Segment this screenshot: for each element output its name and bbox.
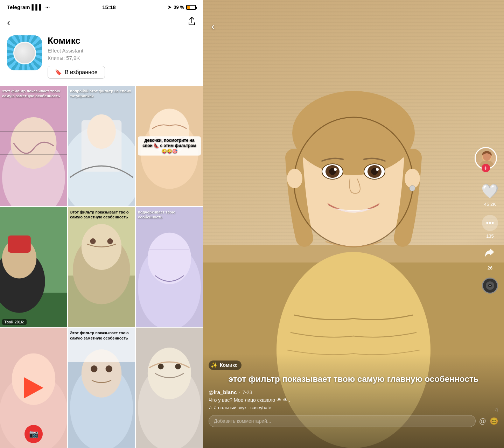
username[interactable]: @ira_blanc (209, 389, 237, 395)
shares-count: 26 (488, 265, 492, 271)
emoji-icon[interactable]: 😊 (490, 417, 498, 425)
grid-item-2[interactable]: попробуй этот фильтр на своих татуировка… (68, 86, 135, 206)
battery-icon (186, 5, 196, 10)
nav-bar: ‹ (0, 13, 203, 32)
svg-point-38 (148, 348, 191, 399)
filter-badge[interactable]: ✨ Комикс (209, 360, 241, 370)
app-icon (7, 35, 42, 70)
app-clips: Клипы: 57,9K (48, 55, 196, 61)
back-button-right[interactable]: ‹ (211, 21, 215, 32)
like-button[interactable]: 🤍 (481, 182, 499, 200)
svg-rect-16 (8, 235, 30, 252)
music-note-small-icon: ♫ (209, 405, 212, 410)
grid-item-9[interactable] (136, 328, 203, 448)
grid-text-8: Этот фильтр показывает твою самую заметн… (70, 330, 133, 341)
video-caption: этот фильтр показывает твою самую главну… (209, 373, 498, 384)
grid-item-4[interactable]: Твой 2016: (0, 207, 67, 327)
comment-group: ••• 135 (481, 214, 499, 239)
likes-count: 45 2K (484, 202, 496, 207)
video-description: Что у вас? Мое лицо сказало 👁 👁 . (209, 397, 498, 403)
comment-row: Добавить комментарий... @ 😊 (209, 415, 498, 427)
music-info[interactable]: ♫ ♫ нальный звук - caseyhate (209, 405, 498, 410)
svg-point-34 (105, 365, 112, 372)
filter-emoji: ✨ (211, 362, 218, 369)
post-time: 7-23 (242, 390, 252, 395)
bookmark-icon: 🔖 (55, 69, 62, 76)
svg-point-25 (148, 232, 191, 284)
creator-avatar-container: + (475, 147, 497, 169)
grid-text-2: попробуй этот фильтр на своих татуировка… (70, 89, 133, 99)
status-bar: Telegram ▌▌▌ 15:18 ➤ 39 % (0, 0, 203, 13)
location-icon: ➤ (168, 5, 172, 10)
grid-badge-4: Твой 2016: (2, 319, 27, 325)
carrier-label: Telegram (7, 4, 30, 10)
battery-percent: 39 % (174, 5, 184, 10)
music-group (482, 278, 498, 294)
app-details: Комикс Effect Assistant Клипы: 57,9K 🔖 В… (48, 35, 196, 79)
video-bottom-overlay: ✨ Комикс этот фильтр показывает твою сам… (203, 354, 504, 448)
share-icon (484, 247, 496, 263)
svg-point-21 (90, 238, 96, 244)
svg-point-40 (175, 364, 181, 369)
user-row: @ira_blanc · 7-23 (209, 389, 498, 395)
time-display: 15:18 (102, 4, 115, 10)
favorite-label: В избранное (65, 69, 98, 76)
wifi-icon (44, 4, 50, 10)
app-author: Effect Assistant (48, 48, 196, 54)
action-buttons: 🤍 45 2K ••• 135 26 (481, 182, 499, 294)
play-triangle-icon (24, 377, 43, 398)
grid-text-5: Этот фильтр показывает твою самую заметн… (70, 210, 133, 220)
grid-item-5[interactable]: Этот фильтр показывает твою самую заметн… (68, 207, 135, 327)
app-icon-inner (13, 42, 36, 64)
grid-text-1: этот фильтр показывает твою самую заметн… (2, 89, 65, 99)
right-panel: ‹ + 🤍 45 2K ••• 135 (203, 0, 504, 448)
status-right: ➤ 39 % (168, 5, 196, 10)
left-panel: Telegram ▌▌▌ 15:18 ➤ 39 % ‹ Комикс (0, 0, 203, 448)
svg-point-69 (489, 285, 491, 286)
svg-point-22 (107, 238, 113, 244)
mention-icon[interactable]: @ (479, 417, 486, 425)
grid-item-7[interactable]: 📷 (0, 328, 67, 448)
heart-icon: 🤍 (481, 184, 499, 198)
favorite-button[interactable]: 🔖 В избранное (48, 66, 105, 79)
camera-icon: 📷 (29, 429, 38, 439)
grid-item-3[interactable]: девочки, посмотрите на свои 👠 с этим фил… (136, 86, 203, 206)
video-grid: этот фильтр показывает твою самую заметн… (0, 86, 203, 448)
share-button[interactable] (188, 16, 196, 28)
share-group: 26 (481, 246, 499, 271)
svg-point-8 (87, 114, 116, 149)
comment-icon: ••• (482, 215, 498, 231)
time-tag: · (239, 390, 240, 395)
grid-item-8[interactable]: Этот фильтр показывает твою самую заметн… (68, 328, 135, 448)
status-left: Telegram ▌▌▌ (7, 4, 50, 10)
svg-point-60 (410, 186, 415, 191)
svg-point-33 (91, 365, 98, 372)
music-track: ♫ нальный звук - caseyhate (214, 405, 271, 410)
music-disc[interactable] (482, 278, 498, 294)
svg-point-53 (334, 168, 337, 171)
follow-button[interactable]: + (482, 164, 490, 172)
filter-name: Комикс (220, 362, 237, 368)
app-name: Комикс (48, 35, 196, 46)
grid-text-3: девочки, посмотрите на свои 👠 с этим фил… (138, 136, 201, 155)
comment-input[interactable]: Добавить комментарий... (209, 415, 476, 427)
app-info: Комикс Effect Assistant Клипы: 57,9K 🔖 В… (0, 32, 203, 86)
share-button[interactable] (481, 246, 499, 264)
record-button[interactable]: 📷 (24, 425, 43, 443)
svg-point-58 (287, 169, 302, 188)
back-button[interactable]: ‹ (7, 17, 10, 28)
svg-point-39 (158, 364, 163, 369)
like-group: 🤍 45 2K (481, 182, 499, 207)
svg-point-54 (376, 168, 379, 171)
comment-button[interactable]: ••• (481, 214, 499, 232)
grid-text-6: подчеркивает твою особенность (138, 210, 201, 220)
grid-item-1[interactable]: этот фильтр показывает твою самую заметн… (0, 86, 67, 206)
comments-count: 135 (486, 233, 494, 239)
grid-item-6[interactable]: подчеркивает твою особенность (136, 207, 203, 327)
signal-icon: ▌▌▌ (32, 4, 43, 10)
